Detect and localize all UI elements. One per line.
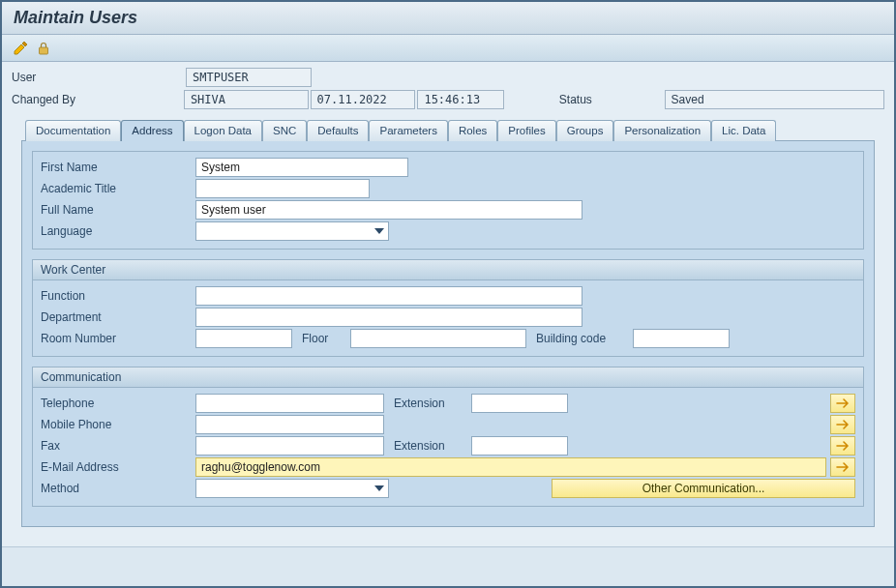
tab-documentation[interactable]: Documentation [25, 120, 121, 141]
tab-strip: Documentation Address Logon Data SNC Def… [12, 119, 884, 140]
tab-profiles[interactable]: Profiles [497, 120, 555, 141]
fax-more-button[interactable] [830, 436, 855, 456]
tab-personalization[interactable]: Personalization [613, 120, 711, 141]
changed-by-field: SHIVA [184, 90, 309, 109]
language-label: Language [41, 224, 195, 238]
header-area: User SMTPUSER Changed By SHIVA 07.11.202… [2, 62, 894, 547]
function-input[interactable] [195, 286, 582, 306]
academic-title-label: Academic Title [41, 182, 195, 195]
email-more-button[interactable] [830, 457, 855, 477]
lock-icon[interactable] [35, 40, 52, 57]
room-label: Room Number [41, 332, 195, 345]
email-label: E-Mail Address [41, 460, 195, 474]
method-label: Method [41, 482, 195, 495]
changed-time-field: 15:46:13 [417, 90, 503, 109]
mobile-input[interactable] [195, 415, 384, 434]
language-select[interactable] [195, 221, 389, 241]
work-center-title: Work Center [33, 260, 863, 280]
tab-logon-data[interactable]: Logon Data [184, 120, 262, 141]
communication-group: Communication Telephone Extension Mobile… [32, 367, 864, 507]
department-label: Department [41, 310, 195, 324]
tel-ext-label: Extension [394, 397, 471, 410]
fax-ext-input[interactable] [471, 436, 568, 456]
full-name-label: Full Name [41, 203, 195, 217]
room-input[interactable] [195, 329, 292, 348]
tab-defaults[interactable]: Defaults [307, 120, 369, 141]
email-input[interactable] [195, 457, 826, 477]
fax-ext-label: Extension [394, 439, 471, 453]
building-input[interactable] [633, 329, 730, 348]
other-communication-button[interactable]: Other Communication... [552, 479, 855, 498]
status-label: Status [559, 93, 665, 106]
floor-label: Floor [302, 332, 350, 345]
full-name-input[interactable] [195, 200, 582, 220]
user-label: User [12, 71, 186, 84]
tab-roles[interactable]: Roles [448, 120, 497, 141]
address-panel: First Name Academic Title Full Name Lang… [21, 140, 875, 527]
user-field: SMTPUSER [186, 68, 312, 87]
telephone-label: Telephone [41, 397, 195, 410]
work-center-group: Work Center Function Department Room Num… [32, 259, 864, 357]
chevron-down-icon [371, 222, 388, 240]
changed-by-label: Changed By [12, 93, 184, 106]
academic-title-input[interactable] [195, 179, 370, 198]
fax-input[interactable] [195, 436, 384, 456]
chevron-down-icon [371, 480, 388, 497]
tab-parameters[interactable]: Parameters [369, 120, 447, 141]
mobile-label: Mobile Phone [41, 418, 195, 431]
edit-icon[interactable] [12, 40, 29, 57]
telephone-more-button[interactable] [830, 394, 855, 413]
first-name-label: First Name [41, 161, 195, 174]
titlebar: Maintain Users [2, 2, 894, 35]
tab-lic-data[interactable]: Lic. Data [711, 120, 776, 141]
building-label: Building code [536, 332, 633, 345]
page-title: Maintain Users [14, 8, 882, 28]
main-window: Maintain Users User SMTPUSER Changed By … [0, 0, 896, 588]
communication-title: Communication [33, 368, 863, 388]
svg-rect-0 [40, 47, 48, 54]
telephone-input[interactable] [195, 394, 384, 413]
function-label: Function [41, 289, 195, 303]
tel-ext-input[interactable] [471, 394, 568, 413]
fax-label: Fax [41, 439, 195, 453]
status-field: Saved [665, 90, 884, 109]
floor-input[interactable] [350, 329, 526, 348]
mobile-more-button[interactable] [830, 415, 855, 434]
toolbar [2, 35, 894, 62]
changed-date-field: 07.11.2022 [311, 90, 416, 109]
department-input[interactable] [195, 308, 582, 327]
tab-groups[interactable]: Groups [556, 120, 614, 141]
method-select[interactable] [195, 479, 389, 498]
tab-address[interactable]: Address [121, 120, 183, 141]
tab-snc[interactable]: SNC [262, 120, 307, 141]
first-name-input[interactable] [195, 158, 408, 177]
